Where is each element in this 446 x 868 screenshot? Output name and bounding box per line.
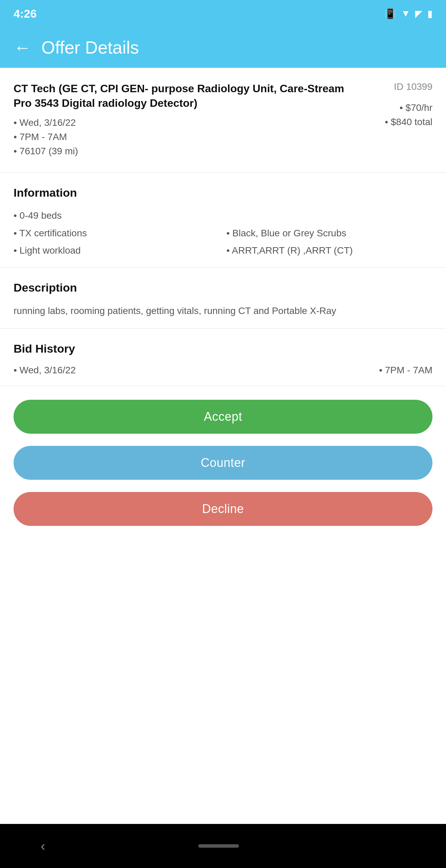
home-indicator[interactable] xyxy=(198,844,239,848)
status-icons: 📳 ▼ ◤ ▮ xyxy=(384,8,432,19)
battery-icon: ▮ xyxy=(427,8,432,19)
info-workload: • Light workload xyxy=(14,244,220,257)
info-arrt: • ARRT,ARRT (R) ,ARRT (CT) xyxy=(226,244,432,257)
status-time: 4:26 xyxy=(14,7,37,20)
job-header: CT Tech (GE CT, CPI GEN- purpose Radiolo… xyxy=(0,68,446,173)
job-location: • 76107 (39 mi) xyxy=(14,146,348,157)
information-section: Information • 0-49 beds • TX certificati… xyxy=(0,173,446,268)
job-time: • 7PM - 7AM xyxy=(14,132,348,142)
bid-time: • 7PM - 7AM xyxy=(379,365,432,376)
info-beds: • 0-49 beds xyxy=(14,209,220,222)
description-text: running labs, rooming patients, getting … xyxy=(14,304,432,318)
job-title: CT Tech (GE CT, CPI GEN- purpose Radiolo… xyxy=(14,81,348,111)
accept-button[interactable]: Accept xyxy=(14,400,432,434)
description-section: Description running labs, rooming patien… xyxy=(0,268,446,329)
job-left: CT Tech (GE CT, CPI GEN- purpose Radiolo… xyxy=(14,81,358,160)
back-button[interactable]: ← xyxy=(14,37,31,58)
information-title: Information xyxy=(14,186,432,199)
counter-button[interactable]: Counter xyxy=(14,446,432,480)
job-date: • Wed, 3/16/22 xyxy=(14,117,348,128)
actions-area: Accept Counter Decline xyxy=(0,386,446,539)
bid-date: • Wed, 3/16/22 xyxy=(14,365,76,376)
bottom-nav: ‹ xyxy=(0,824,446,868)
job-right: ID 10399 • $70/hr • $840 total xyxy=(358,81,432,131)
info-tx-cert: • TX certifications xyxy=(14,226,220,240)
information-grid: • 0-49 beds • TX certifications • Black,… xyxy=(14,209,432,257)
app-bar-title: Offer Details xyxy=(41,37,139,58)
app-bar: ← Offer Details xyxy=(0,27,446,68)
bid-history-section: Bid History • Wed, 3/16/22 • 7PM - 7AM xyxy=(0,329,446,386)
info-blank-1 xyxy=(226,209,432,222)
decline-button[interactable]: Decline xyxy=(14,492,432,526)
job-id: ID 10399 xyxy=(358,81,432,92)
bid-history-title: Bid History xyxy=(14,342,432,355)
info-scrubs: • Black, Blue or Grey Scrubs xyxy=(226,226,432,240)
vibrate-icon: 📳 xyxy=(384,8,396,19)
job-rate: • $70/hr xyxy=(358,102,432,113)
job-total: • $840 total xyxy=(358,117,432,127)
status-bar: 4:26 📳 ▼ ◤ ▮ xyxy=(0,0,446,27)
content-area: CT Tech (GE CT, CPI GEN- purpose Radiolo… xyxy=(0,68,446,824)
wifi-icon: ▼ xyxy=(401,8,410,19)
signal-icon: ◤ xyxy=(415,8,423,19)
bid-row: • Wed, 3/16/22 • 7PM - 7AM xyxy=(14,365,432,376)
description-title: Description xyxy=(14,281,432,294)
nav-back-icon[interactable]: ‹ xyxy=(41,839,45,854)
